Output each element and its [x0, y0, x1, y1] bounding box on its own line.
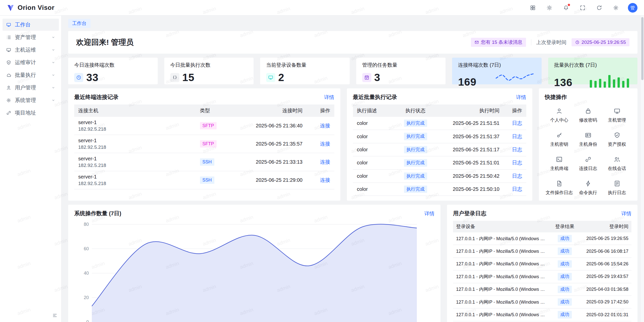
- col-device: 登录设备: [453, 221, 551, 232]
- stat-value: 33: [86, 71, 99, 84]
- login-logs-detail-link[interactable]: 详情: [621, 210, 631, 217]
- chevron-down-icon: [51, 60, 55, 64]
- sidebar-collapse-icon[interactable]: [51, 311, 59, 319]
- table-header-row: 执行描述 执行状态 执行时间 操作: [353, 104, 526, 117]
- exec-desc: color: [353, 156, 393, 169]
- host-name: server-1: [78, 174, 192, 180]
- quick-action-label: 连接日志: [579, 165, 597, 171]
- cloud-icon: [6, 73, 11, 78]
- quick-action-personal-center[interactable]: 个人中心: [545, 108, 574, 123]
- connect-link[interactable]: 连接: [320, 177, 330, 183]
- quick-action-execution-logs[interactable]: 执行日志: [602, 180, 631, 196]
- quick-action-command-execution[interactable]: 命令执行: [574, 180, 602, 196]
- col-time: 连接时间: [231, 104, 307, 117]
- connect-time: 2025-06-25 21:29:00: [231, 171, 307, 189]
- quick-action-online-sessions[interactable]: 在线会话: [602, 156, 631, 171]
- fullscreen-icon[interactable]: [578, 3, 587, 12]
- last-login-label: 上次登录时间: [536, 39, 567, 46]
- connect-link[interactable]: 连接: [320, 123, 330, 128]
- type-badge: SFTP: [200, 122, 217, 129]
- topbar: Orion Visor 管: [0, 0, 644, 16]
- sidebar-item-asset-management[interactable]: 资产管理: [3, 31, 59, 43]
- login-logs-panel: 用户登录日志 详情 登录设备 登录结果 登录时间 127.0.0.1 - 内网I…: [447, 205, 637, 322]
- stat-card-batch-today: 今日批量执行次数 15: [164, 58, 254, 84]
- quick-action-host-keys[interactable]: 主机密钥: [545, 132, 574, 147]
- breadcrumb-item-workbench[interactable]: 工作台: [68, 19, 91, 28]
- table-row: server-1182.92.5.218 SFTP 2025-06-25 21:…: [74, 117, 334, 135]
- log-link[interactable]: 日志: [512, 120, 522, 126]
- host-ip: 182.92.5.218: [78, 163, 192, 168]
- quick-action-label: 主机身份: [579, 141, 597, 147]
- quick-action-host-management[interactable]: 主机管理: [602, 108, 631, 123]
- login-time: 2025-03-22 01:01:31: [579, 308, 631, 321]
- chevron-down-icon: [51, 86, 55, 90]
- quick-action-label: 主机终端: [550, 165, 568, 171]
- exec-time: 2025-06-25 21:50:10: [438, 183, 504, 196]
- sidebar-item-system-management[interactable]: 系统管理: [3, 94, 59, 106]
- status-badge: 执行完成: [404, 159, 427, 166]
- svg-text:40: 40: [84, 271, 89, 276]
- connect-time: 2025-06-25 21:36:40: [231, 117, 307, 135]
- braces-icon: [170, 73, 179, 82]
- theme-sun-icon[interactable]: [545, 3, 554, 12]
- notification-bell-icon[interactable]: [561, 3, 571, 12]
- settings-gear-icon[interactable]: [611, 3, 620, 12]
- sidebar-item-host-ops[interactable]: 主机运维: [3, 44, 59, 56]
- stat-label: 批量执行次数 (7日): [554, 62, 632, 68]
- apps-icon[interactable]: [528, 3, 537, 12]
- exec-desc: color: [353, 143, 393, 156]
- log-link[interactable]: 日志: [512, 173, 522, 179]
- shield-icon: [614, 132, 621, 139]
- log-link[interactable]: 日志: [512, 186, 522, 192]
- terminal-records-panel: 最近终端连接记录 详情 连接主机 类型 连接时间 操作 server-1182.…: [68, 88, 340, 201]
- unread-messages-text: 您有 15 条未读消息: [481, 39, 522, 46]
- quick-actions-grid: 个人中心 修改密码 主机管理 主机密钥 主机身份 资产授权 主机终端 连接日志 …: [545, 108, 632, 196]
- sidebar-item-label: 项目地址: [15, 109, 36, 116]
- quick-action-host-terminal[interactable]: 主机终端: [545, 156, 574, 171]
- log-link[interactable]: 日志: [512, 160, 522, 165]
- table-header-row: 登录设备 登录结果 登录时间: [453, 221, 631, 232]
- login-time: 2025-06-06 16:08:17: [579, 245, 631, 258]
- col-action: 操作: [307, 104, 334, 117]
- sidebar-item-label: 用户管理: [15, 84, 36, 91]
- monitor-icon: [6, 47, 11, 53]
- col-host: 连接主机: [74, 104, 196, 117]
- sidebar-item-workbench[interactable]: 工作台: [3, 19, 59, 31]
- monitor-icon: [614, 108, 621, 115]
- table-row: 127.0.0.1 - 内网IP - Mozilla/5.0 (Windows …: [453, 270, 631, 283]
- sidebar-item-ops-audit[interactable]: 运维审计: [3, 56, 59, 68]
- sidebar-item-user-management[interactable]: 用户管理: [3, 82, 59, 94]
- quick-action-asset-authorization[interactable]: 资产授权: [602, 132, 631, 147]
- stat-card-batch-7d: 批量执行次数 (7日) 136: [548, 58, 638, 84]
- scrollbar-track[interactable]: [641, 16, 644, 322]
- type-badge: SSH: [200, 176, 214, 184]
- sidebar-item-label: 资产管理: [15, 34, 36, 41]
- quick-action-host-identity[interactable]: 主机身份: [574, 132, 602, 147]
- login-device: 127.0.0.1 - 内网IP - Mozilla/5.0 (Windows …: [453, 270, 551, 283]
- log-link[interactable]: 日志: [512, 147, 522, 152]
- quick-action-change-password[interactable]: 修改密码: [574, 108, 602, 123]
- connect-link[interactable]: 连接: [320, 159, 330, 165]
- batch-records-detail-link[interactable]: 详情: [516, 94, 526, 101]
- log-link[interactable]: 日志: [512, 134, 522, 139]
- user-icon: [556, 108, 563, 115]
- quick-action-label: 执行日志: [608, 190, 626, 196]
- brand: Orion Visor: [7, 4, 55, 12]
- quick-action-file-operation-logs[interactable]: 文件操作日志: [545, 180, 574, 196]
- result-badge: 成功: [558, 298, 572, 306]
- col-status: 执行状态: [393, 104, 438, 117]
- stat-label: 连接终端次数 (7日): [458, 62, 536, 68]
- sidebar-item-project-link[interactable]: 项目地址: [3, 107, 59, 119]
- sidebar-item-batch-execution[interactable]: 批量执行: [3, 69, 59, 81]
- quick-action-connection-logs[interactable]: 连接日志: [574, 156, 602, 171]
- system-operations-detail-link[interactable]: 详情: [424, 210, 434, 217]
- refresh-icon[interactable]: [595, 3, 604, 12]
- quick-action-label: 文件操作日志: [546, 190, 573, 196]
- unread-messages-badge[interactable]: 您有 15 条未读消息: [471, 38, 526, 47]
- connect-link[interactable]: 连接: [320, 141, 330, 147]
- terminal-records-detail-link[interactable]: 详情: [324, 94, 334, 101]
- scrollbar-thumb[interactable]: [641, 17, 643, 80]
- avatar[interactable]: 管: [628, 3, 637, 13]
- bolt-icon: [585, 180, 592, 187]
- table-row: 127.0.0.1 - 内网IP - Mozilla/5.0 (Windows …: [453, 245, 631, 258]
